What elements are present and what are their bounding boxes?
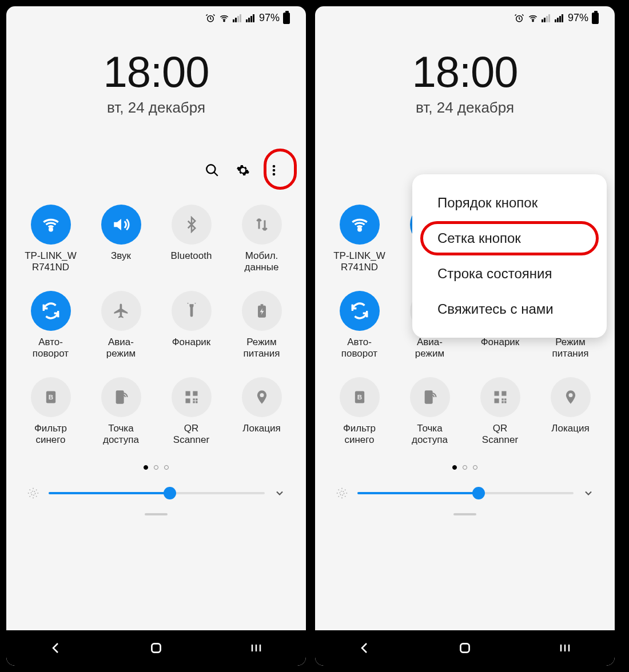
brightness-track[interactable] bbox=[49, 492, 265, 494]
phone-screenshot-left: 97% 18:00 вт, 24 декабря TP-LINK_W R741N… bbox=[5, 5, 308, 667]
brightness-expand-button[interactable] bbox=[583, 487, 594, 499]
clock: 18:00 bbox=[315, 47, 615, 97]
nav-back-button[interactable] bbox=[356, 639, 373, 657]
tile-wifi[interactable]: TP-LINK_W R741ND bbox=[19, 205, 82, 274]
page-indicator[interactable] bbox=[315, 465, 615, 470]
tile-bluetooth[interactable]: Bluetooth bbox=[160, 205, 223, 274]
tile-airplane[interactable]: Авиа- режим bbox=[90, 291, 153, 360]
tile-power[interactable]: Режим питания bbox=[230, 291, 293, 360]
svg-rect-14 bbox=[193, 401, 195, 403]
svg-rect-27 bbox=[504, 401, 507, 403]
tile-label: Авто- поворот bbox=[19, 337, 82, 360]
svg-rect-26 bbox=[501, 398, 504, 401]
time-block: 18:00 вт, 24 декабря bbox=[6, 47, 306, 117]
tile-location[interactable]: Локация bbox=[539, 377, 602, 446]
tile-label: Фонарик bbox=[469, 337, 532, 348]
page-dot-1 bbox=[452, 465, 457, 470]
svg-text:B: B bbox=[48, 393, 53, 400]
svg-rect-31 bbox=[460, 643, 469, 652]
brightness-slider[interactable] bbox=[315, 487, 615, 499]
tile-label: TP-LINK_W R741ND bbox=[19, 250, 82, 274]
tile-label: TP-LINK_W R741ND bbox=[328, 250, 391, 274]
tile-hotspot[interactable]: Точка доступа bbox=[90, 377, 153, 446]
nav-recent-button[interactable] bbox=[556, 639, 574, 657]
status-bar: 97% bbox=[315, 6, 615, 26]
tile-label: QR Scanner bbox=[160, 423, 223, 446]
alarm-icon bbox=[514, 13, 524, 23]
page-indicator[interactable] bbox=[6, 465, 306, 470]
tile-label: Авиа- режим bbox=[399, 337, 461, 360]
tile-label: Авто- поворот bbox=[328, 337, 391, 360]
popup-item-button-grid[interactable]: Сетка кнопок bbox=[420, 221, 599, 255]
svg-point-2 bbox=[206, 165, 215, 173]
tile-label: Локация bbox=[539, 423, 602, 434]
signal-1-icon bbox=[542, 14, 550, 22]
svg-point-19 bbox=[532, 20, 534, 21]
date: вт, 24 декабря bbox=[315, 99, 615, 117]
brightness-expand-button[interactable] bbox=[274, 487, 285, 499]
tile-qr[interactable]: QR Scanner bbox=[160, 377, 223, 446]
brightness-icon bbox=[336, 487, 348, 499]
search-button[interactable] bbox=[203, 161, 221, 179]
brightness-icon bbox=[27, 487, 39, 499]
brightness-track[interactable] bbox=[357, 492, 574, 494]
wifi-icon bbox=[219, 13, 229, 23]
tile-label: Точка доступа bbox=[399, 423, 461, 446]
wifi-icon bbox=[528, 13, 538, 23]
status-bar: 97% bbox=[6, 6, 306, 26]
popup-item-status-bar[interactable]: Строка состояния bbox=[420, 257, 599, 291]
tile-wifi[interactable]: TP-LINK_W R741ND bbox=[328, 205, 391, 274]
popup-item-button-order[interactable]: Порядок кнопок bbox=[420, 186, 599, 220]
page-dot-2 bbox=[463, 465, 467, 470]
brightness-thumb[interactable] bbox=[164, 487, 176, 499]
svg-rect-23 bbox=[494, 391, 499, 395]
panel-drag-handle[interactable] bbox=[453, 513, 476, 515]
tile-mobile-data[interactable]: Мобил. данные bbox=[230, 205, 293, 274]
phone-screenshot-right: 97% 18:00 вт, 24 декабря TP-LINK_W R741N… bbox=[313, 5, 616, 667]
nav-home-button[interactable] bbox=[456, 639, 473, 657]
svg-point-6 bbox=[49, 228, 52, 231]
navigation-bar bbox=[6, 630, 306, 666]
more-menu-popup: Порядок кнопок Сетка кнопок Строка состо… bbox=[412, 174, 607, 338]
tile-flashlight[interactable]: Фонарик bbox=[160, 291, 223, 360]
tile-label: Фонарик bbox=[160, 337, 223, 348]
tile-bluefilter[interactable]: BФильтр синего bbox=[328, 377, 391, 446]
signal-2-icon bbox=[246, 14, 254, 22]
tile-label: Звук bbox=[90, 250, 153, 262]
battery-percent: 97% bbox=[259, 12, 280, 24]
svg-point-1 bbox=[224, 20, 225, 21]
nav-recent-button[interactable] bbox=[248, 639, 265, 657]
tile-autorotate[interactable]: Авто- поворот bbox=[19, 291, 82, 360]
tile-location[interactable]: Локация bbox=[230, 377, 293, 446]
page-dot-3 bbox=[164, 465, 169, 470]
svg-rect-11 bbox=[185, 398, 190, 403]
panel-drag-handle[interactable] bbox=[145, 513, 168, 515]
svg-rect-17 bbox=[152, 643, 160, 652]
nav-home-button[interactable] bbox=[148, 639, 165, 657]
tile-qr[interactable]: QR Scanner bbox=[469, 377, 532, 446]
tile-hotspot[interactable]: Точка доступа bbox=[399, 377, 461, 446]
tile-label: Фильтр синего bbox=[19, 423, 82, 446]
tile-label: Bluetooth bbox=[160, 250, 223, 262]
tile-label: Точка доступа bbox=[90, 423, 153, 446]
tile-label: Локация bbox=[230, 423, 293, 434]
brightness-slider[interactable] bbox=[6, 487, 306, 499]
page-dot-3 bbox=[473, 465, 477, 470]
tile-autorotate[interactable]: Авто- поворот bbox=[328, 291, 391, 360]
tile-label: QR Scanner bbox=[469, 423, 532, 446]
nav-back-button[interactable] bbox=[47, 639, 65, 657]
svg-rect-12 bbox=[193, 398, 195, 401]
tile-bluefilter[interactable]: BФильтр синего bbox=[19, 377, 82, 446]
brightness-thumb[interactable] bbox=[472, 487, 485, 499]
svg-rect-15 bbox=[196, 398, 198, 401]
svg-point-20 bbox=[358, 228, 361, 231]
svg-rect-10 bbox=[193, 391, 197, 395]
tile-label: Авиа- режим bbox=[90, 337, 153, 360]
battery-icon bbox=[283, 13, 290, 24]
settings-button[interactable] bbox=[234, 161, 252, 179]
popup-item-contact-us[interactable]: Свяжитесь с нами bbox=[420, 292, 599, 326]
tile-sound[interactable]: Звук bbox=[90, 205, 153, 274]
svg-text:B: B bbox=[357, 393, 361, 400]
alarm-icon bbox=[205, 13, 216, 23]
svg-rect-9 bbox=[185, 391, 190, 395]
